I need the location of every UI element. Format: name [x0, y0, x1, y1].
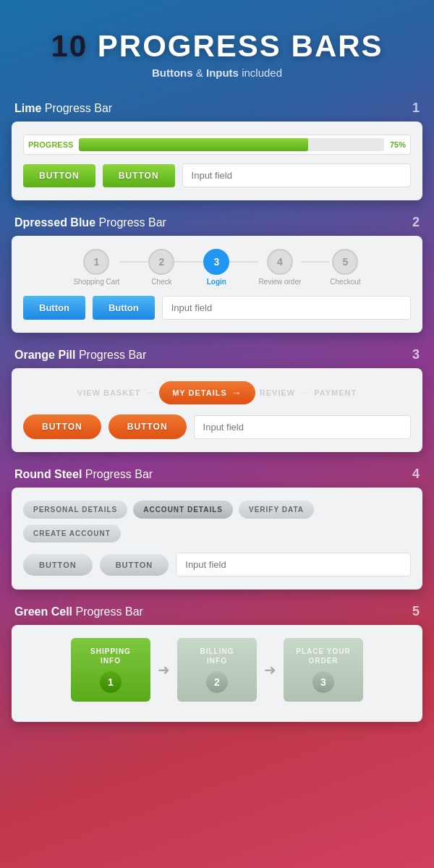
blue-connector-4 [301, 261, 330, 263]
green-step-1-num: 1 [100, 671, 122, 693]
blue-step-1: 1 Shopping Cart [73, 249, 119, 286]
lime-button-2[interactable]: BUTTON [103, 164, 175, 187]
section-lime: Lime Progress Bar 1 PROGRESS 75% BUTTON … [0, 101, 434, 215]
page-title: 10 PROGRESS BARS [14, 29, 420, 64]
steel-steps: PERSONAL DETAILS ACCOUNT DETAILS VERIFY … [23, 501, 411, 542]
header: 10 PROGRESS BARS Buttons & Inputs includ… [0, 0, 434, 101]
section-label-green: Green Cell Progress Bar 5 [12, 604, 422, 625]
blue-connector-2 [174, 261, 203, 263]
green-arrow-1: ➜ [158, 661, 170, 678]
orange-arrow-1: → [145, 387, 155, 399]
lime-bar-track [79, 138, 384, 151]
blue-step-4: 4 Review order [258, 249, 301, 286]
title-text: PROGRESS BARS [98, 29, 383, 63]
lime-bar-fill [79, 138, 307, 151]
orange-button-2[interactable]: BUTTON [109, 414, 187, 439]
page-subtitle: Buttons & Inputs included [14, 67, 420, 79]
section-label-lime: Lime Progress Bar 1 [12, 101, 422, 122]
blue-steps: 1 Shopping Cart 2 Check 3 Login 4 Review… [23, 249, 411, 286]
green-step-1: SHIPPINGINFO 1 [71, 638, 150, 702]
blue-step-label-3: Login [207, 278, 226, 286]
blue-input[interactable] [162, 296, 411, 320]
lime-progress-bar: PROGRESS 75% [23, 135, 411, 155]
steel-step-1: PERSONAL DETAILS [23, 501, 127, 519]
section-title-rest-3: Progress Bar [79, 349, 146, 361]
section-title-bold-5: Green Cell [14, 605, 72, 618]
card-lime: PROGRESS 75% BUTTON BUTTON [12, 122, 422, 200]
green-step-3-num: 3 [312, 671, 334, 693]
blue-step-label-2: Check [151, 278, 171, 286]
green-step-3-label: PLACE YOURORDER [294, 647, 353, 665]
green-step-2-label: BILLINGINFO [187, 647, 247, 665]
blue-step-circle-1: 1 [83, 249, 109, 275]
steel-step-2: ACCOUNT DETAILS [133, 501, 233, 519]
green-step-2-num: 2 [206, 671, 228, 693]
blue-step-circle-3: 3 [203, 249, 229, 275]
subtitle-inputs: Inputs [206, 67, 239, 79]
card-steel: PERSONAL DETAILS ACCOUNT DETAILS VERIFY … [12, 488, 422, 590]
steel-controls: BUTTON BUTTON [23, 553, 411, 576]
orange-arrow-3: → [299, 387, 310, 399]
lime-input[interactable] [182, 163, 411, 187]
green-steps: SHIPPINGINFO 1 ➜ BILLINGINFO 2 ➜ PLACE Y… [23, 638, 411, 709]
steel-step-3: VERIFY DATA [239, 501, 314, 519]
section-label-orange: Orange Pill Progress Bar 3 [12, 347, 422, 368]
orange-controls: BUTTON BUTTON [23, 414, 411, 439]
blue-button-2[interactable]: Button [93, 296, 155, 320]
section-title-bold: Lime [14, 102, 41, 114]
title-number: 10 [51, 29, 88, 63]
blue-step-circle-4: 4 [267, 249, 293, 275]
card-green: SHIPPINGINFO 1 ➜ BILLINGINFO 2 ➜ PLACE Y… [12, 625, 422, 722]
section-title-bold-4: Round Steel [14, 468, 82, 480]
section-label-steel: Round Steel Progress Bar 4 [12, 467, 422, 488]
steel-button-2[interactable]: BUTTON [100, 554, 169, 576]
blue-step-2: 2 Check [148, 249, 174, 286]
steel-step-4: CREATE ACCOUNT [23, 524, 121, 542]
lime-controls: BUTTON BUTTON [23, 163, 411, 187]
blue-button-1[interactable]: Button [23, 296, 85, 320]
section-number-4: 4 [412, 467, 420, 482]
blue-step-circle-2: 2 [148, 249, 174, 275]
orange-step-4: PAYMENT [314, 388, 357, 397]
section-green: Green Cell Progress Bar 5 SHIPPINGINFO 1… [0, 604, 434, 736]
section-title-rest-4: Progress Bar [85, 468, 153, 480]
card-blue: 1 Shopping Cart 2 Check 3 Login 4 Review… [12, 236, 422, 333]
card-orange: VIEW BASKET → MY DETAILS → REVIEW → PAYM… [12, 368, 422, 452]
blue-step-label-1: Shopping Cart [73, 278, 119, 286]
blue-step-5: 5 Checkout [330, 249, 360, 286]
orange-arrow-active: → [231, 387, 242, 399]
blue-connector-3 [229, 261, 258, 263]
lime-button-1[interactable]: BUTTON [23, 164, 95, 187]
section-title-rest-5: Progress Bar [75, 605, 142, 618]
section-title-bold-2: Dpressed Blue [14, 216, 95, 229]
section-title-rest: Progress Bar [45, 102, 112, 114]
section-title-rest-2: Progress Bar [99, 216, 166, 229]
orange-button-1[interactable]: BUTTON [23, 414, 101, 439]
green-step-3: PLACE YOURORDER 3 [284, 638, 363, 702]
lime-percent: 75% [390, 140, 406, 149]
orange-step-1: VIEW BASKET [77, 388, 140, 397]
section-title-bold-3: Orange Pill [14, 349, 75, 361]
blue-step-3: 3 Login [203, 249, 229, 286]
section-number: 1 [412, 101, 420, 116]
blue-step-circle-5: 5 [332, 249, 358, 275]
green-step-2: BILLINGINFO 2 [177, 638, 257, 702]
section-number-3: 3 [412, 347, 420, 362]
section-label-blue: Dpressed Blue Progress Bar 2 [12, 215, 422, 236]
subtitle-buttons: Buttons [152, 67, 193, 79]
orange-step-3: REVIEW [260, 388, 295, 397]
steel-input[interactable] [176, 553, 411, 576]
orange-step-active: MY DETAILS → [159, 381, 255, 404]
blue-controls: Button Button [23, 296, 411, 320]
blue-step-label-4: Review order [258, 278, 301, 286]
section-steel: Round Steel Progress Bar 4 PERSONAL DETA… [0, 467, 434, 604]
section-orange: Orange Pill Progress Bar 3 VIEW BASKET →… [0, 347, 434, 467]
green-arrow-2: ➜ [264, 661, 276, 678]
blue-step-label-5: Checkout [330, 278, 360, 286]
section-number-2: 2 [412, 215, 420, 230]
orange-input[interactable] [194, 415, 411, 439]
orange-steps: VIEW BASKET → MY DETAILS → REVIEW → PAYM… [23, 381, 411, 404]
steel-button-1[interactable]: BUTTON [23, 554, 93, 576]
section-blue: Dpressed Blue Progress Bar 2 1 Shopping … [0, 215, 434, 347]
section-number-5: 5 [412, 604, 420, 619]
